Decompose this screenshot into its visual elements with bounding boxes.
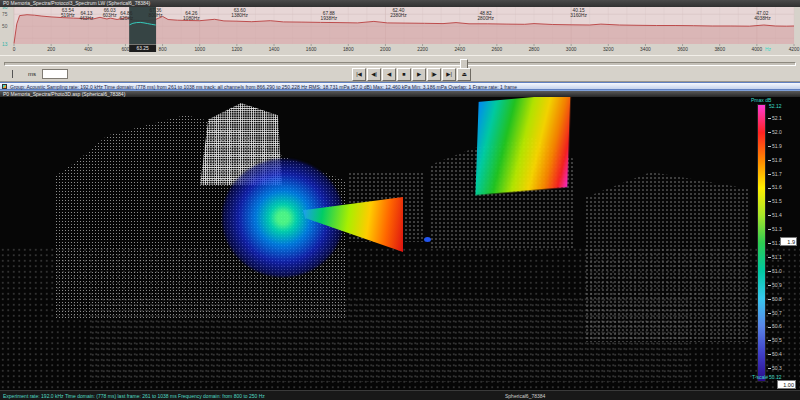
time-input[interactable] [42,69,68,79]
svg-text:2380Hz: 2380Hz [390,13,407,18]
time-unit-label: ms [28,71,36,77]
tscale-label: T-scale [752,374,768,380]
svg-text:800Hz: 800Hz [149,13,163,18]
colorbar-tick-label: 51.9 [768,143,782,149]
svg-text:2000: 2000 [380,47,391,52]
svg-text:1800: 1800 [343,47,354,52]
colorbar-tick-label: 50.5 [768,337,782,343]
skip-end-button[interactable]: ▶| [442,68,456,81]
svg-text:620Hz: 620Hz [119,16,133,21]
svg-text:4200: 4200 [789,47,800,52]
playback-toolbar: ms |◀◀|◀■▶|▶▶|⏏ [0,55,800,82]
svg-text:4038Hz: 4038Hz [754,16,771,21]
threshold-input[interactable]: 1.9 [780,237,797,246]
colorbar [757,104,766,382]
colorbar-tick-label: 50.9 [768,282,782,288]
acquisition-info-bar: Group: Acoustic Sampling rate: 192.0 kHz… [0,82,800,90]
colorbar-tick-label: 50.6 [768,323,782,329]
colorbar-tick-label: 51.8 [768,157,782,163]
acoustic-hotspot-dot [424,237,431,242]
svg-text:1600: 1600 [306,47,317,52]
svg-text:1380Hz: 1380Hz [231,13,248,18]
loop-button[interactable]: ⏏ [457,68,471,81]
acoustic-hotspot-panel [475,97,570,195]
svg-text:2400: 2400 [454,47,465,52]
colorbar-tick-label: 50.7 [768,310,782,316]
spectrum-chart[interactable]: 63.54519Hz64.13463Hz66.03603Hz64.86620Hz… [0,0,800,55]
svg-text:603Hz: 603Hz [103,13,117,18]
svg-text:200: 200 [47,47,55,52]
colorbar-tick-label: 51.4 [768,212,782,218]
svg-text:3800: 3800 [714,47,725,52]
svg-text:50: 50 [2,24,8,29]
svg-text:3160Hz: 3160Hz [570,13,587,18]
svg-text:2600: 2600 [492,47,503,52]
acoustic-camera-app: 63.54519Hz64.13463Hz66.03603Hz64.86620Hz… [0,0,800,400]
svg-text:2800Hz: 2800Hz [477,16,494,21]
svg-text:463Hz: 463Hz [79,16,93,21]
colorbar-tick-label: 50.4 [768,351,782,357]
step-back-button[interactable]: ◀| [367,68,381,81]
tscale-input[interactable]: 1.00 [777,380,796,389]
colorbar-tick-label: 51.6 [768,184,782,190]
colorbar-max-label: 52.12 [769,103,782,109]
svg-text:1938Hz: 1938Hz [321,16,338,21]
colorbar-tick-label: 52.0 [768,129,782,135]
svg-text:75: 75 [2,12,8,17]
stop-button[interactable]: ■ [397,68,411,81]
colorbar-tick-label: 51.5 [768,198,782,204]
svg-text:2200: 2200 [417,47,428,52]
colorbar-tick-label: 50.3 [768,365,782,371]
point-cloud-viewport[interactable]: Pmax dB 52.12 50.12 52.152.051.951.851.7… [0,97,800,390]
svg-text:400: 400 [84,47,92,52]
time-slider[interactable] [4,62,796,66]
view-titlebar: P0 Memoria_Spectra/Photo3D.asp (Spherica… [0,90,800,97]
svg-text:1080Hz: 1080Hz [183,16,200,21]
status-bar: Experiment rate: 192.0 kHz Time domain: … [0,390,800,400]
colorbar-tick-label: 52.1 [768,115,782,121]
svg-text:3600: 3600 [677,47,688,52]
svg-text:3000: 3000 [566,47,577,52]
status-text-right: Spherical6_78384 [505,393,545,399]
svg-text:63.25: 63.25 [137,46,149,51]
svg-text:1400: 1400 [269,47,280,52]
time-cursor-tick [12,70,13,78]
colorbar-tick-label: 51.7 [768,171,782,177]
play-button[interactable]: ▶ [412,68,426,81]
status-text-left: Experiment rate: 192.0 kHz Time domain: … [3,393,265,399]
svg-text:1200: 1200 [232,47,243,52]
play-reverse-button[interactable]: ◀ [382,68,396,81]
svg-text:3200: 3200 [603,47,614,52]
svg-text:4000: 4000 [752,47,763,52]
skip-start-button[interactable]: |◀ [352,68,366,81]
svg-text:1000: 1000 [194,47,205,52]
svg-text:600: 600 [121,47,129,52]
step-forward-button[interactable]: |▶ [427,68,441,81]
svg-text:519Hz: 519Hz [61,13,75,18]
svg-text:2800: 2800 [529,47,540,52]
spectrum-panel: 63.54519Hz64.13463Hz66.03603Hz64.86620Hz… [0,0,800,55]
svg-text:Hz: Hz [765,47,771,52]
spectrum-panel-titlebar: P0 Memoria_Spectra/Protocol3_Spectrum LW… [0,0,800,7]
colorbar-tick-label: 51.0 [768,268,782,274]
low-structures-point-cloud [90,297,690,382]
svg-text:13: 13 [2,42,8,47]
svg-text:3400: 3400 [640,47,651,52]
svg-text:0: 0 [13,47,16,52]
colorbar-tick-label: 51.1 [768,254,782,260]
colorbar-tick-label: 50.8 [768,296,782,302]
transport-controls: |◀◀|◀■▶|▶▶|⏏ [352,68,471,81]
colorbar-tick-label: 51.3 [768,226,782,232]
svg-text:800: 800 [159,47,167,52]
group-icon [2,84,7,89]
